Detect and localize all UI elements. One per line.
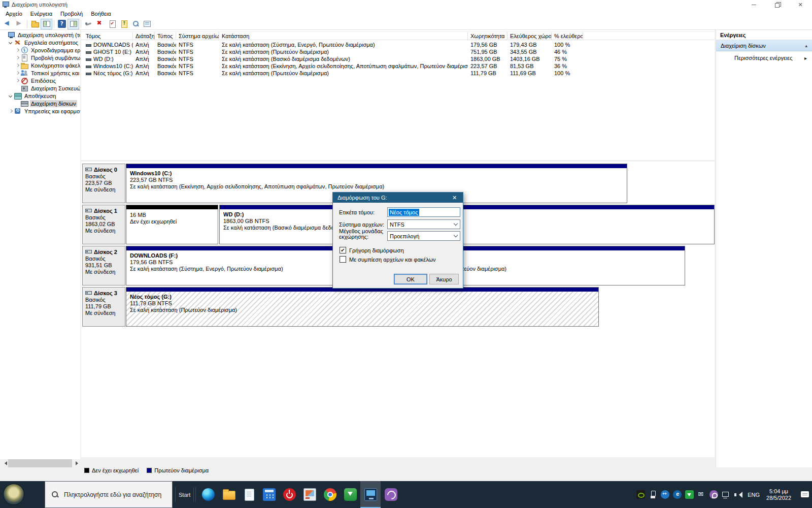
- back-icon[interactable]: [2, 19, 14, 29]
- menu-item-0[interactable]: Αρχείο: [2, 10, 26, 18]
- delete-icon[interactable]: [94, 19, 106, 29]
- volume-icon[interactable]: [734, 490, 742, 499]
- column-header-5[interactable]: Χωρητικότητα: [468, 32, 507, 40]
- expander-down-icon[interactable]: [8, 93, 14, 99]
- column-header-7[interactable]: % ελεύθερο: [552, 32, 583, 40]
- allocation-unit-select[interactable]: Προεπιλογή: [387, 231, 460, 241]
- chevron-down-icon[interactable]: [452, 220, 460, 229]
- menu-item-2[interactable]: Προβολή: [56, 10, 87, 18]
- volume-row[interactable]: Νέος τόμος (G:)ΑπλήΒασικόςNTFSΣε καλή κα…: [81, 70, 715, 77]
- calculator-icon[interactable]: [259, 481, 279, 508]
- upload-icon[interactable]: [118, 19, 129, 29]
- sidebar-item-1[interactable]: Εργαλεία συστήματος: [0, 39, 80, 46]
- taskbar-search[interactable]: Πληκτρολογήστε εδώ για αναζήτηση: [45, 481, 173, 508]
- language-indicator[interactable]: ENG: [746, 492, 761, 498]
- volume-label-input[interactable]: Νέος τόμος: [387, 207, 460, 217]
- expander-right-icon[interactable]: [14, 62, 20, 69]
- photos-icon[interactable]: [299, 481, 320, 508]
- search-icon[interactable]: [129, 19, 141, 29]
- sidebar-item-2[interactable]: Χρονοδιάγραμμα εργασ: [0, 46, 80, 54]
- scroll-left-icon[interactable]: [0, 459, 8, 467]
- sidebar-item-4[interactable]: Κοινόχρηστοι φάκελοι: [0, 61, 80, 69]
- power-icon[interactable]: [279, 481, 299, 508]
- e-icon[interactable]: [673, 490, 682, 499]
- nvidia-icon[interactable]: [636, 490, 645, 499]
- start-toolbar-label[interactable]: Start: [179, 481, 190, 508]
- volume-row[interactable]: GHOST 10 (E:)ΑπλήΒασικόςNTFSΣε καλή κατά…: [81, 48, 715, 55]
- disk-header[interactable]: Δίσκος 0Βασικός223,57 GBΜε σύνδεση: [82, 164, 125, 203]
- sidebar-item-8[interactable]: Αποθήκευση: [0, 92, 80, 100]
- partition[interactable]: 16 MBΔεν έχει εκχωρηθεί: [126, 205, 218, 244]
- sidebar-item-5[interactable]: Τοπικοί χρήστες και ομ: [0, 69, 80, 77]
- disk-header[interactable]: Δίσκος 3Βασικός111,79 GBΜε σύνδεση: [82, 287, 125, 327]
- usb-icon[interactable]: [649, 490, 657, 499]
- viber-tray-icon[interactable]: [709, 490, 718, 499]
- idm-tray-icon[interactable]: [685, 490, 694, 499]
- action-center-icon[interactable]: [800, 490, 810, 499]
- dialog-close-icon[interactable]: ✕: [446, 193, 463, 203]
- more-actions-item[interactable]: Περισσότερες ενέργειες ▸: [716, 51, 812, 65]
- start-button[interactable]: [3, 484, 24, 505]
- column-header-6[interactable]: Ελεύθερος χώρος: [507, 32, 552, 40]
- column-header-4[interactable]: Κατάσταση: [219, 32, 468, 40]
- file-explorer-icon[interactable]: [218, 481, 239, 508]
- file-system-select[interactable]: NTFS: [387, 219, 460, 229]
- expander-right-icon[interactable]: [14, 78, 20, 84]
- cancel-button[interactable]: Άκυρο: [429, 274, 459, 284]
- disk-header[interactable]: Δίσκος 1Βασικός1863,02 GBΜε σύνδεση: [82, 205, 125, 244]
- sidebar-item-10[interactable]: Υπηρεσίες και εφαρμογές: [0, 107, 80, 115]
- scroll-right-icon[interactable]: [72, 459, 80, 467]
- expander-right-icon[interactable]: [8, 108, 14, 114]
- network-icon[interactable]: [722, 490, 730, 499]
- sidebar-item-9[interactable]: Διαχείριση δίσκων: [0, 100, 80, 107]
- column-header-3[interactable]: Σύστημα αρχείων: [176, 32, 219, 40]
- computer-management-icon[interactable]: [360, 481, 381, 508]
- expander-right-icon[interactable]: [14, 55, 20, 61]
- restore-button[interactable]: [765, 0, 789, 9]
- check-doc-icon[interactable]: [106, 19, 118, 29]
- volume-row[interactable]: WD (D:)ΑπλήΒασικόςNTFSΣε καλή κατάσταση …: [81, 55, 715, 62]
- minimize-button[interactable]: [742, 0, 765, 9]
- scroll-thumb[interactable]: [8, 459, 72, 467]
- tool-icon[interactable]: [83, 19, 94, 29]
- teamviewer-icon[interactable]: [661, 490, 669, 499]
- collapse-icon[interactable]: ▴: [805, 43, 807, 48]
- mail-icon[interactable]: [697, 490, 706, 499]
- expander-down-icon[interactable]: [8, 40, 14, 46]
- chrome-icon[interactable]: [320, 481, 340, 508]
- help-icon[interactable]: [56, 19, 67, 29]
- forward-icon[interactable]: [14, 19, 25, 29]
- actions-group-disk-management[interactable]: Διαχείριση δίσκων ▴: [716, 40, 812, 51]
- quick-format-checkbox[interactable]: ✔ Γρήγορη διαμόρφωση: [340, 247, 404, 253]
- edge-icon[interactable]: [198, 481, 218, 508]
- volume-row[interactable]: DOWNLOADS (F:)ΑπλήΒασικόςNTFSΣε καλή κατ…: [81, 41, 715, 48]
- disk-header[interactable]: Δίσκος 2Βασικός931,51 GBΜε σύνδεση: [82, 246, 125, 285]
- sidebar-item-6[interactable]: Επιδόσεις: [0, 77, 80, 84]
- action-pane-icon[interactable]: [67, 19, 79, 29]
- close-button[interactable]: ✕: [789, 0, 812, 9]
- ok-button[interactable]: OK: [394, 274, 427, 284]
- column-header-0[interactable]: Τόμος: [83, 32, 133, 40]
- partition[interactable]: Νέος τόμος (G:)111,79 GB NTFSΣε καλή κατ…: [126, 287, 599, 327]
- column-header-1[interactable]: Διάταξη: [133, 32, 155, 40]
- idm-icon[interactable]: [340, 481, 360, 508]
- menu-item-3[interactable]: Βοήθεια: [87, 10, 115, 18]
- sidebar-item-7[interactable]: Διαχείριση Συσκευών: [0, 84, 80, 92]
- expander-right-icon[interactable]: [14, 47, 20, 53]
- taskbar-clock[interactable]: 5:04 μμ 28/5/2022: [765, 488, 793, 501]
- volume-row[interactable]: Windows10 (C:)ΑπλήΒασικόςNTFSΣε καλή κατ…: [81, 62, 715, 70]
- column-header-2[interactable]: Τύπος: [155, 32, 176, 40]
- expander-right-icon[interactable]: [14, 70, 20, 76]
- sidebar-item-0[interactable]: Διαχείριση υπολογιστή (τοπικ: [0, 31, 80, 39]
- tree-horizontal-scrollbar[interactable]: [0, 459, 80, 467]
- menu-item-1[interactable]: Ενέργεια: [26, 10, 56, 18]
- partition[interactable]: WD (D:)1863,00 GB NTFSΣε καλή κατάσταση …: [219, 205, 715, 244]
- viber-icon[interactable]: [381, 481, 401, 508]
- console-tree-icon[interactable]: [41, 19, 52, 29]
- sidebar-item-3[interactable]: Προβολή συμβάντων: [0, 54, 80, 61]
- notepad-icon[interactable]: [239, 481, 259, 508]
- chevron-down-icon[interactable]: [452, 232, 460, 240]
- checkbox-unchecked-icon[interactable]: [340, 256, 346, 263]
- export-icon[interactable]: [29, 19, 41, 29]
- checkbox-checked-icon[interactable]: ✔: [340, 247, 346, 253]
